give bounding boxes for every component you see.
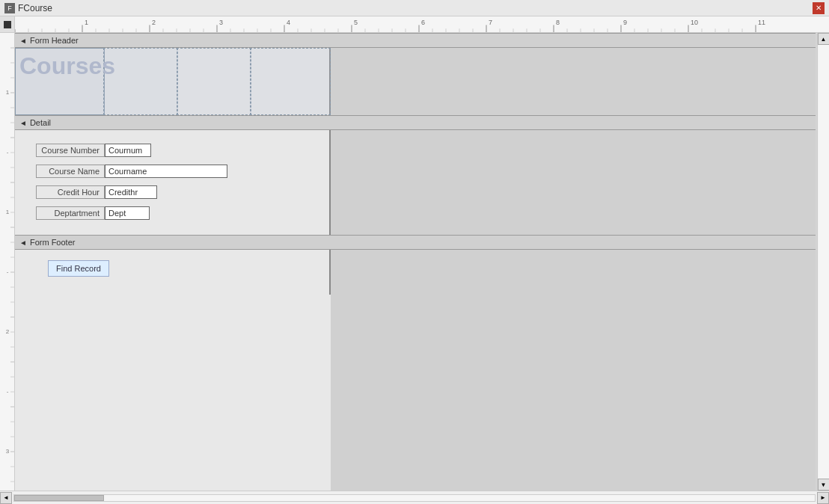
form-footer-label: Form Footer — [30, 238, 76, 247]
svg-text:3: 3 — [6, 448, 10, 455]
department-value[interactable]: Dept — [105, 206, 150, 220]
svg-text:4: 4 — [287, 19, 290, 27]
department-label: Deptartment — [36, 206, 105, 220]
form-header-content: Courses — [15, 48, 816, 115]
empty-right-area — [331, 295, 816, 491]
form-design-area: ◄ Form Header Courses — [15, 33, 817, 491]
svg-text:7: 7 — [489, 19, 492, 27]
svg-rect-68 — [0, 33, 15, 489]
department-row: Deptartment Dept — [36, 206, 150, 220]
credit-hour-row: Credit Hour Credithr — [36, 185, 157, 199]
detail-right-area — [331, 130, 816, 235]
form-footer-content: Find Record — [15, 250, 816, 295]
svg-text:-: - — [7, 149, 9, 156]
ruler-corner-square — [4, 21, 11, 28]
vertical-scrollbar: ▲ ▼ — [817, 33, 829, 491]
form-canvas: ◄ Form Header Courses — [15, 33, 816, 491]
form-header-arrow: ◄ — [19, 37, 27, 45]
courses-title: Courses — [19, 52, 115, 80]
svg-text:11: 11 — [758, 19, 765, 27]
svg-text:1: 1 — [6, 209, 10, 215]
scroll-thumb-horizontal[interactable] — [14, 495, 104, 501]
ruler-corner — [0, 16, 15, 33]
header-selected-box-3 — [177, 48, 251, 115]
svg-text:-: - — [7, 388, 9, 395]
detail-section-header[interactable]: ◄ Detail — [15, 115, 816, 130]
svg-text:10: 10 — [691, 19, 698, 27]
empty-canvas-area — [15, 295, 816, 491]
course-number-value[interactable]: Cournum — [105, 144, 151, 157]
form-footer-arrow: ◄ — [19, 239, 27, 247]
svg-text:2: 2 — [6, 328, 10, 335]
form-header-label: Form Header — [30, 36, 79, 45]
scroll-track-vertical — [819, 45, 829, 479]
title-bar-title: FCourse — [18, 3, 52, 13]
form-header-section-header[interactable]: ◄ Form Header — [15, 33, 816, 48]
footer-right-area — [331, 250, 816, 295]
detail-content: Course Number Cournum Course Name Courna… — [15, 130, 816, 235]
scroll-right-button[interactable]: ► — [817, 492, 829, 504]
scroll-left-button[interactable]: ◄ — [0, 492, 12, 504]
credit-hour-value[interactable]: Credithr — [105, 185, 157, 199]
svg-text:6: 6 — [421, 19, 425, 27]
vertical-ruler: 1 - 1 - 2 - 3 — [0, 33, 15, 491]
detail-arrow: ◄ — [19, 119, 27, 127]
scroll-up-button[interactable]: ▲ — [818, 33, 830, 45]
credit-hour-label: Credit Hour — [36, 185, 105, 199]
svg-text:3: 3 — [219, 19, 223, 27]
svg-text:2: 2 — [152, 19, 156, 27]
find-record-button[interactable]: Find Record — [48, 260, 109, 277]
header-design-zone: Courses — [15, 48, 331, 115]
course-name-label: Course Name — [36, 165, 105, 178]
course-name-value[interactable]: Courname — [105, 165, 227, 178]
svg-text:-: - — [7, 268, 9, 275]
course-number-row: Course Number Cournum — [36, 144, 151, 157]
header-selected-box-4 — [250, 48, 331, 115]
svg-text:8: 8 — [556, 19, 560, 27]
svg-text:5: 5 — [354, 19, 358, 27]
course-number-label: Course Number — [36, 144, 105, 157]
header-right-area — [331, 48, 816, 115]
form-icon: F — [4, 3, 15, 13]
svg-text:1: 1 — [6, 89, 10, 96]
close-button[interactable]: ✕ — [813, 2, 825, 14]
svg-text:1: 1 — [85, 19, 88, 27]
detail-label: Detail — [30, 118, 51, 127]
scroll-track-horizontal — [13, 494, 816, 502]
title-bar: F FCourse ✕ — [0, 0, 829, 16]
course-name-row: Course Name Courname — [36, 165, 227, 178]
scroll-down-button[interactable]: ▼ — [818, 479, 830, 491]
footer-design-zone: Find Record — [15, 250, 331, 295]
horizontal-ruler: ruler marks 1 2 3 — [0, 16, 829, 33]
detail-design-zone: Course Number Cournum Course Name Courna… — [15, 130, 331, 235]
horizontal-scrollbar: ◄ ► — [0, 491, 829, 504]
ruler-marks: ruler marks 1 2 3 — [15, 16, 829, 32]
svg-text:9: 9 — [623, 19, 627, 27]
form-footer-section-header[interactable]: ◄ Form Footer — [15, 235, 816, 250]
title-bar-left: F FCourse — [4, 3, 52, 13]
